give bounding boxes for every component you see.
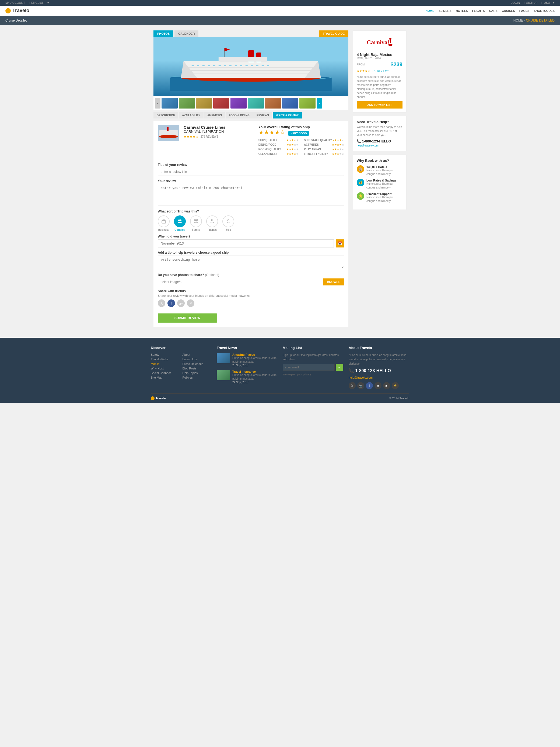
review-text-group: Your review <box>158 179 344 206</box>
why-host-link[interactable]: Why Host <box>151 367 164 370</box>
ship-details: Carnival Cruise Lines CARNIVAL INSPIRATI… <box>184 125 225 159</box>
blog-posts-link[interactable]: Blog Posts <box>183 367 197 370</box>
trip-business[interactable]: Business <box>158 215 169 231</box>
nav-home[interactable]: HOME <box>425 9 434 12</box>
latest-jobs-link[interactable]: Latest Jobs <box>183 358 197 361</box>
thumbnail-7[interactable] <box>265 98 281 108</box>
carnival-logo: Carnival <box>366 36 393 47</box>
trip-family[interactable]: Family <box>190 215 202 231</box>
travel-guide-btn[interactable]: TRAVEL GUIDE <box>319 30 348 37</box>
nav-cars[interactable]: CARS <box>489 9 498 12</box>
browse-button[interactable]: BROWSE <box>323 279 344 285</box>
policies-link[interactable]: Policies <box>183 376 193 379</box>
list-item: Social Connect <box>151 371 180 375</box>
trip-types: Business Couples Family <box>158 215 344 231</box>
footer-grid: Discover Safety Travelo Picks Mobile Why… <box>151 346 409 389</box>
calender-tab[interactable]: CALENDER <box>175 30 198 37</box>
review-title-input[interactable] <box>158 168 344 176</box>
footer-email[interactable]: help@travelo.com <box>349 376 373 379</box>
calendar-icon[interactable]: 📅 <box>336 239 344 248</box>
sidebar-email[interactable]: help@travelo.com <box>357 144 378 147</box>
mobile-link[interactable]: Mobile <box>151 362 159 365</box>
site-map-link[interactable]: Site Map <box>151 376 162 379</box>
svg-rect-19 <box>256 65 259 66</box>
svg-rect-4 <box>186 67 316 68</box>
trip-type-group: What sort of Trip was this? Business Cou… <box>158 209 344 231</box>
pinterest-icon[interactable]: P <box>187 300 194 307</box>
thumbnail-2[interactable] <box>179 98 195 108</box>
footer-discover: Discover Safety Travelo Picks Mobile Why… <box>151 346 211 389</box>
tip-textarea[interactable] <box>158 256 344 269</box>
nav-pages[interactable]: PAGES <box>519 9 530 12</box>
date-input[interactable] <box>158 239 334 248</box>
prev-thumb[interactable]: ‹ <box>155 98 160 108</box>
nav-cruises[interactable]: CRUISES <box>502 9 515 12</box>
facebook-icon[interactable]: f <box>167 300 175 307</box>
next-thumb[interactable]: › <box>317 98 322 108</box>
twitter-icon[interactable]: 𝕏 <box>158 300 165 307</box>
why-hotels-text: 135,00+ Hotels Nunc cursus libero pur co… <box>367 165 402 176</box>
tab-amenities[interactable]: AMENITIES <box>204 112 225 119</box>
tab-write-review[interactable]: WRITE A REVIEW <box>273 112 302 119</box>
press-releases-link[interactable]: Press Releases <box>183 362 203 365</box>
nav-links: HOME SLIDERS HOTELS FLIGHTS CARS CRUISES… <box>425 9 555 12</box>
footer-google-icon[interactable]: g <box>374 382 381 389</box>
thumbnail-8[interactable] <box>282 98 298 108</box>
nav-shortcodes[interactable]: SHORTCODES <box>534 9 555 12</box>
ship-image <box>163 42 339 91</box>
news-title-2[interactable]: Travel Insurance <box>232 370 277 373</box>
tab-availability[interactable]: AVAILABILITY <box>179 112 203 119</box>
breadcrumb-home[interactable]: HOME <box>513 19 523 22</box>
nav-hotels[interactable]: HOTELS <box>456 9 468 12</box>
thumbnail-6[interactable] <box>248 98 264 108</box>
news-title-1[interactable]: Amazing Places <box>232 353 277 356</box>
hotels-icon: 🏨 <box>357 165 364 173</box>
photo-upload-group: Do you have photos to share? (Optional) … <box>158 273 344 286</box>
tab-description[interactable]: DESCRIPTION <box>154 112 178 119</box>
news-content-1: Amazing Places Purus ac congue arcu curs… <box>232 353 277 367</box>
trip-friends[interactable]: Friends <box>206 215 218 231</box>
review-textarea[interactable] <box>158 184 344 205</box>
footer-phone: 📞 1-800-123-HELLO <box>349 368 409 373</box>
sidebar-reviews-link[interactable]: 279 REVIEWS <box>372 70 390 73</box>
language-selector[interactable]: ENGLISH <box>31 1 44 4</box>
currency-selector[interactable]: USD <box>544 1 550 4</box>
signup-link[interactable]: SIGNUP <box>526 1 537 4</box>
tab-food-dining[interactable]: FOOD & DINING <box>225 112 253 119</box>
review-title-group: Title of your review <box>158 163 344 176</box>
photo-label: Do you have photos to share? (Optional) <box>158 273 344 277</box>
thumbnail-5[interactable] <box>231 98 247 108</box>
nav-flights[interactable]: FLIGHTS <box>472 9 485 12</box>
submit-review-button[interactable]: SUBMIT REVIEW <box>158 313 217 323</box>
footer-youtube-icon[interactable]: ▶ <box>383 382 390 389</box>
safety-link[interactable]: Safety <box>151 353 159 356</box>
main-nav: Travelo HOME SLIDERS HOTELS FLIGHTS CARS… <box>0 6 560 16</box>
footer-facebook-icon[interactable]: f <box>366 382 373 389</box>
google-plus-icon[interactable]: g+ <box>177 300 185 307</box>
my-account-link[interactable]: MY ACCOUNT <box>5 1 25 4</box>
footer-instagram-icon[interactable]: 📷 <box>357 382 364 389</box>
thumbnail-3[interactable] <box>196 98 212 108</box>
photo-input[interactable] <box>158 278 321 286</box>
tab-reviews[interactable]: REVIEWS <box>254 112 272 119</box>
mailing-submit-button[interactable]: ✓ <box>336 364 343 371</box>
nav-sliders[interactable]: SLIDERS <box>438 9 452 12</box>
login-link[interactable]: LOGIN <box>511 1 520 4</box>
thumbnail-4[interactable] <box>213 98 230 108</box>
trip-type-label: What sort of Trip was this? <box>158 209 344 213</box>
trip-couples[interactable]: Couples <box>174 215 186 231</box>
about-link[interactable]: About <box>183 353 190 356</box>
footer-rss-icon[interactable]: ⚡ <box>392 382 399 389</box>
logo-text: Travelo <box>12 8 29 14</box>
footer-twitter-icon[interactable]: 𝕏 <box>349 382 356 389</box>
add-wishlist-button[interactable]: ADD TO WISH LIST <box>357 101 402 108</box>
mailing-email-input[interactable] <box>283 364 335 371</box>
thumbnail-1[interactable] <box>162 98 178 108</box>
social-connect-link[interactable]: Social Connect <box>151 371 171 375</box>
review-text-label: Your review <box>158 179 344 183</box>
travelo-picks-link[interactable]: Travelo Picks <box>151 358 168 361</box>
help-topics-link[interactable]: Help Topics <box>183 371 198 375</box>
photos-tab[interactable]: PHOTOS <box>154 30 174 37</box>
trip-solo[interactable]: Solo <box>222 215 234 231</box>
thumbnail-9[interactable] <box>299 98 316 108</box>
